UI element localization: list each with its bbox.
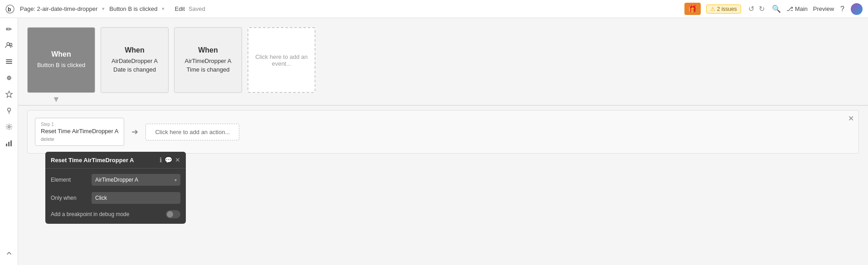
element-label: Element <box>51 177 92 183</box>
svg-marker-9 <box>6 91 12 97</box>
saved-label: Saved <box>189 5 205 12</box>
search-button[interactable]: 🔍 <box>772 5 781 13</box>
breakpoint-toggle[interactable] <box>166 210 180 218</box>
avatar <box>851 3 863 15</box>
panel-header: Reset Time AirTimeDropper A ℹ 💬 ✕ <box>45 152 186 169</box>
panel-body: Element AirTimeDropper A ▾ Only when Cli… <box>45 169 186 224</box>
undo-button[interactable]: ↺ <box>747 4 756 14</box>
svg-rect-4 <box>6 59 12 60</box>
event-when-1: When <box>51 50 71 58</box>
event-desc-3: AirTimeDropper A Time is changed <box>180 57 236 73</box>
event-card-2[interactable]: When AirDateDropper A Date is changed <box>101 27 169 93</box>
add-action-label: Click here to add an action... <box>155 129 230 135</box>
only-when-row: Only when Click <box>51 192 180 204</box>
svg-rect-12 <box>6 144 7 146</box>
events-row: When Button B is clicked When AirDateDro… <box>18 18 868 93</box>
page-label: Page: 2-air-date-time-dropper <box>20 5 97 12</box>
sidebar-icon-pin[interactable] <box>2 103 16 118</box>
svg-point-8 <box>8 77 10 79</box>
down-arrow-icon: ▼ <box>52 95 60 104</box>
sidebar-expand-icon[interactable] <box>2 247 16 261</box>
svg-rect-14 <box>10 140 12 146</box>
event-when-2: When <box>125 46 145 54</box>
issues-badge[interactable]: ⚠ 2 issues <box>706 5 741 14</box>
topbar: b Page: 2-air-date-time-dropper ▾ Button… <box>0 0 868 18</box>
svg-point-10 <box>7 108 10 111</box>
step-title: Reset Time AirTimeDropper A <box>41 128 118 135</box>
arrow-connector-icon: ➜ <box>131 127 138 137</box>
sidebar-icon-users[interactable] <box>2 38 16 53</box>
step-delete-button[interactable]: delete <box>41 136 118 142</box>
panel: Reset Time AirTimeDropper A ℹ 💬 ✕ Elemen… <box>45 152 186 224</box>
only-when-label: Only when <box>51 195 92 201</box>
redo-button[interactable]: ↻ <box>757 4 766 14</box>
add-event-card[interactable]: Click here to add an event... <box>247 27 315 93</box>
element-select-arrow-icon: ▾ <box>175 178 177 183</box>
svg-text:b: b <box>8 6 11 13</box>
panel-info-button[interactable]: ℹ <box>160 156 162 164</box>
event-desc-1: Button B is clicked <box>37 61 85 69</box>
undo-redo-group: ↺ ↻ <box>747 4 766 14</box>
add-event-label: Click here to add an event... <box>254 53 309 67</box>
branch-label: ⎇ Main <box>786 5 808 12</box>
gift-button[interactable]: 🎁 <box>684 3 701 15</box>
issues-count: 2 issues <box>717 6 737 12</box>
svg-rect-6 <box>6 63 12 64</box>
element-value: AirTimeDropper A <box>95 177 138 183</box>
edit-label: Edit <box>175 5 184 12</box>
sidebar-icon-list[interactable] <box>2 54 16 69</box>
sidebar-icon-chart[interactable] <box>2 136 16 150</box>
breakpoint-label: Add a breakpoint in debug mode <box>51 211 166 217</box>
svg-rect-13 <box>8 142 10 146</box>
svg-point-7 <box>7 76 11 80</box>
step-label: Step 1 <box>41 122 118 127</box>
element-select[interactable]: AirTimeDropper A ▾ <box>92 174 180 186</box>
step-card: Step 1 Reset Time AirTimeDropper A delet… <box>35 118 124 146</box>
canvas-divider <box>18 105 868 106</box>
panel-close-button[interactable]: ✕ <box>175 156 180 164</box>
svg-rect-5 <box>6 61 12 62</box>
close-actions-button[interactable]: ✕ <box>848 114 854 123</box>
preview-button[interactable]: Preview <box>813 5 834 12</box>
arrow-section: ▼ <box>18 95 868 104</box>
warning-icon: ⚠ <box>710 6 715 12</box>
element-row: Element AirTimeDropper A ▾ <box>51 174 180 186</box>
branch-icon: ⎇ <box>786 5 793 12</box>
svg-point-2 <box>7 43 10 45</box>
add-action-button[interactable]: Click here to add an action... <box>145 124 239 140</box>
sidebar-icon-gear[interactable] <box>2 120 16 134</box>
event-arrow-icon: ▾ <box>162 6 165 12</box>
app-logo: b <box>5 5 15 14</box>
canvas-area: When Button B is clicked When AirDateDro… <box>18 18 868 265</box>
actions-area: ✕ Step 1 Reset Time AirTimeDropper A del… <box>27 110 859 154</box>
breakpoint-row: Add a breakpoint in debug mode <box>51 210 180 218</box>
event-when-3: When <box>198 46 218 54</box>
only-when-value: Click <box>95 195 107 201</box>
topbar-right: 🎁 ⚠ 2 issues ↺ ↻ 🔍 ⎇ Main Preview ? <box>684 3 863 15</box>
event-desc-2: AirDateDropper A Date is changed <box>107 57 163 73</box>
only-when-input[interactable]: Click <box>92 192 180 204</box>
svg-point-3 <box>10 43 12 46</box>
panel-title: Reset Time AirTimeDropper A <box>51 157 157 164</box>
toggle-knob <box>167 211 173 217</box>
panel-comment-button[interactable]: 💬 <box>165 156 172 164</box>
event-card-1[interactable]: When Button B is clicked <box>27 27 95 93</box>
svg-point-11 <box>8 126 10 128</box>
event-card-3[interactable]: When AirTimeDropper A Time is changed <box>174 27 242 93</box>
event-label: Button B is clicked <box>109 5 157 12</box>
page-arrow-icon: ▾ <box>102 6 105 12</box>
help-button[interactable]: ? <box>839 4 845 14</box>
sidebar-icon-layers[interactable] <box>2 71 16 85</box>
left-sidebar: ✏ <box>0 18 18 265</box>
sidebar-icon-pencil[interactable]: ✏ <box>2 22 16 36</box>
sidebar-icon-target[interactable] <box>2 87 16 101</box>
